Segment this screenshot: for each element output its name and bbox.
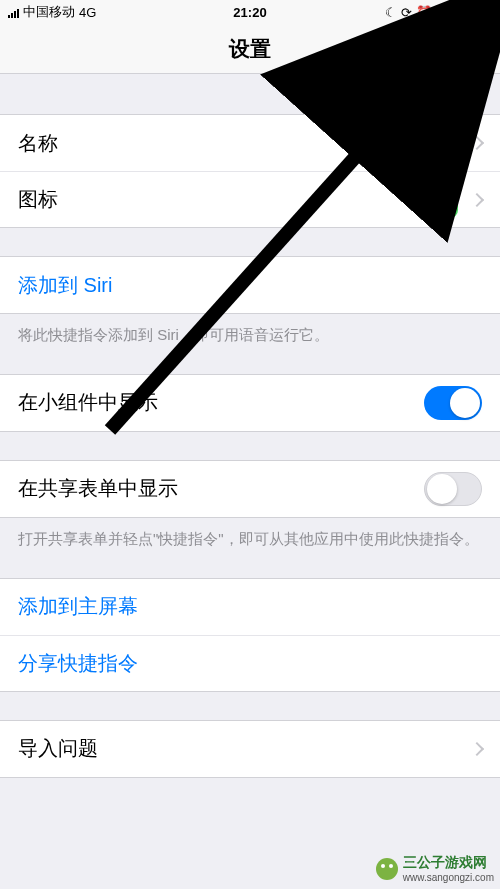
- share-sheet-label: 在共享表单中显示: [18, 475, 424, 502]
- lock-rotation-icon: ⟳: [401, 5, 412, 20]
- widget-label: 在小组件中显示: [18, 389, 424, 416]
- row-name[interactable]: 名称 案例1: [0, 115, 500, 171]
- svg-point-0: [434, 194, 436, 196]
- row-share-sheet: 在共享表单中显示: [0, 461, 500, 517]
- row-import-questions[interactable]: 导入问题: [0, 721, 500, 777]
- import-questions-label: 导入问题: [18, 735, 466, 762]
- group-widget: 在小组件中显示: [0, 374, 500, 432]
- alarm-icon: ⏰: [416, 5, 432, 20]
- icon-label: 图标: [18, 186, 422, 213]
- done-button[interactable]: 完成: [444, 35, 484, 62]
- name-label: 名称: [18, 130, 409, 157]
- row-add-to-siri[interactable]: 添加到 Siri: [0, 257, 500, 313]
- add-to-siri-label: 添加到 Siri: [18, 272, 482, 299]
- shortcut-icon: [422, 182, 458, 218]
- row-home-screen[interactable]: 添加到主屏幕: [0, 579, 500, 635]
- group-actions: 添加到主屏幕 分享快捷指令: [0, 578, 500, 692]
- carrier-label: 中国移动: [23, 3, 75, 21]
- status-left: 中国移动 4G: [8, 3, 169, 21]
- network-label: 4G: [79, 5, 96, 20]
- status-right: ☾ ⟳ ⏰ 43%: [331, 5, 492, 20]
- nav-bar: 设置 完成: [0, 24, 500, 74]
- share-sheet-toggle[interactable]: [424, 472, 482, 506]
- share-sheet-footer-note: 打开共享表单并轻点"快捷指令"，即可从其他应用中使用此快捷指令。: [0, 518, 500, 550]
- signal-icon: [8, 7, 19, 18]
- group-share-sheet: 在共享表单中显示: [0, 460, 500, 518]
- group-import: 导入问题: [0, 720, 500, 778]
- share-shortcut-label: 分享快捷指令: [18, 650, 482, 677]
- battery-icon: [466, 6, 492, 18]
- chevron-right-icon: [470, 136, 484, 150]
- group-siri: 添加到 Siri: [0, 256, 500, 314]
- status-bar: 中国移动 4G 21:20 ☾ ⟳ ⏰ 43%: [0, 0, 500, 24]
- watermark-logo-icon: [376, 858, 398, 880]
- home-screen-label: 添加到主屏幕: [18, 593, 482, 620]
- siri-footer-note: 将此快捷指令添加到 Siri，即可用语音运行它。: [0, 314, 500, 346]
- watermark-text: 三公子游戏网: [403, 854, 494, 872]
- chevron-right-icon: [470, 741, 484, 755]
- moon-icon: ☾: [385, 5, 397, 20]
- name-value: 案例1: [409, 130, 458, 156]
- status-time: 21:20: [169, 5, 330, 20]
- row-widget: 在小组件中显示: [0, 375, 500, 431]
- svg-point-1: [445, 203, 447, 205]
- watermark: 三公子游戏网 www.sangongzi.com: [376, 854, 494, 883]
- widget-toggle[interactable]: [424, 386, 482, 420]
- battery-pct: 43%: [436, 5, 462, 20]
- page-title: 设置: [229, 35, 271, 63]
- row-icon[interactable]: 图标: [0, 171, 500, 227]
- chevron-right-icon: [470, 192, 484, 206]
- group-identity: 名称 案例1 图标: [0, 114, 500, 228]
- watermark-url: www.sangongzi.com: [403, 872, 494, 883]
- row-share-shortcut[interactable]: 分享快捷指令: [0, 635, 500, 691]
